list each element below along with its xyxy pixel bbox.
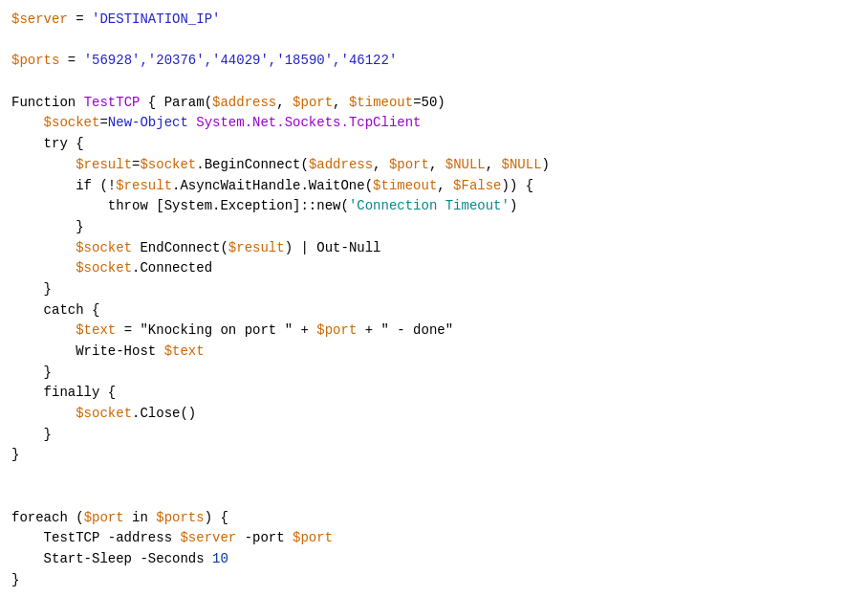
code-line: $socket EndConnect($result) | Out-Null xyxy=(11,238,857,259)
code-token: .Connected xyxy=(132,260,212,276)
code-token: $ports xyxy=(11,53,59,68)
code-token: Start-Sleep -Seconds xyxy=(11,551,212,566)
code-token: $NULL xyxy=(445,157,486,172)
code-token: ) xyxy=(510,198,517,213)
code-line xyxy=(11,72,857,93)
code-line: if (!$result.AsyncWaitHandle.WaitOne($ti… xyxy=(11,176,857,197)
code-token: try { xyxy=(11,136,84,151)
code-line: TestTCP -address $server -port $port xyxy=(11,528,857,549)
code-token: $server xyxy=(180,530,236,545)
code-token: $port xyxy=(316,322,357,338)
code-token: 10 xyxy=(212,551,228,566)
code-token: , xyxy=(333,95,349,110)
code-token: $port xyxy=(389,157,429,172)
code-line: $socket.Close() xyxy=(11,404,857,425)
code-line: } xyxy=(11,217,857,238)
code-token: + " - done" xyxy=(357,322,453,338)
code-token: = xyxy=(99,115,107,130)
code-token: in xyxy=(124,510,157,525)
code-token: = xyxy=(59,53,83,68)
code-line: Write-Host $text xyxy=(11,342,857,363)
code-line: } xyxy=(11,279,857,300)
code-line: $result=$socket.BeginConnect($address, $… xyxy=(11,155,857,176)
code-token: , xyxy=(276,95,293,110)
code-line: Start-Sleep -Seconds 10 xyxy=(11,549,857,570)
code-token xyxy=(11,115,44,130)
code-token: 'DESTINATION_IP' xyxy=(92,11,220,27)
code-token: $text xyxy=(76,322,116,338)
code-token: ) xyxy=(542,157,550,172)
code-token: , xyxy=(429,157,445,172)
code-token: $port xyxy=(293,530,333,545)
code-line: catch { xyxy=(11,300,857,321)
code-line: } xyxy=(11,570,857,591)
code-line: try { xyxy=(11,134,857,155)
code-line xyxy=(11,31,857,52)
code-token: )) { xyxy=(502,178,534,193)
code-line xyxy=(11,466,857,487)
code-token: TestTCP xyxy=(84,95,141,110)
code-token: } xyxy=(11,572,19,587)
code-token: = xyxy=(68,11,92,27)
code-token: $address xyxy=(212,95,276,110)
code-token xyxy=(11,240,76,255)
code-line: Function TestTCP { Param($address, $port… xyxy=(11,93,857,114)
code-token: , xyxy=(373,157,389,172)
code-token: $timeout xyxy=(373,178,437,193)
code-token: $result xyxy=(116,178,172,193)
code-token: } xyxy=(11,219,84,234)
code-token: $address xyxy=(309,157,373,172)
code-token: System.Net.Sockets.TcpClient xyxy=(196,115,421,130)
code-token: $socket xyxy=(140,157,196,172)
code-token: .BeginConnect( xyxy=(196,157,309,172)
code-token: TestTCP -address xyxy=(11,530,180,545)
code-token: -port xyxy=(236,530,293,545)
code-line: $ports = '56928','20376','44029','18590'… xyxy=(11,51,857,72)
code-token: $socket xyxy=(44,115,100,130)
code-token: EndConnect( xyxy=(132,240,228,255)
code-token: ) | Out-Null xyxy=(285,240,381,255)
code-token: ) { xyxy=(205,510,228,525)
code-line: $text = "Knocking on port " + $port + " … xyxy=(11,321,857,342)
code-token: =50) xyxy=(413,95,445,110)
code-token: foreach ( xyxy=(11,510,84,525)
code-token: $False xyxy=(453,178,501,193)
code-token: $port xyxy=(293,95,333,110)
code-token xyxy=(11,157,76,172)
code-token xyxy=(11,322,76,338)
code-token: } xyxy=(11,281,52,297)
code-token: throw [System.Exception] xyxy=(11,198,300,213)
code-token: $ports xyxy=(156,510,204,525)
code-token: $socket xyxy=(76,406,132,421)
code-line: $socket.Connected xyxy=(11,258,857,279)
code-token: $text xyxy=(164,343,205,359)
code-token: $result xyxy=(228,240,285,255)
code-line xyxy=(11,487,857,508)
code-token: $NULL xyxy=(502,157,542,172)
code-token: $socket xyxy=(76,260,132,276)
code-token: $server xyxy=(11,11,68,27)
code-token xyxy=(11,260,76,276)
code-token: ::new( xyxy=(300,198,348,213)
code-token: finally { xyxy=(11,385,116,400)
code-line: } xyxy=(11,425,857,446)
code-token: $socket xyxy=(76,240,132,255)
code-line: } xyxy=(11,445,857,466)
code-token: Write-Host xyxy=(11,343,164,359)
code-token: $port xyxy=(84,510,124,525)
code-line: $server = 'DESTINATION_IP' xyxy=(11,10,857,31)
code-token: , xyxy=(486,157,502,172)
code-token: Function xyxy=(11,95,84,110)
code-token: catch { xyxy=(11,302,99,318)
code-line: finally { xyxy=(11,383,857,404)
code-token: $timeout xyxy=(349,95,413,110)
code-token: .AsyncWaitHandle.WaitOne( xyxy=(172,178,373,193)
code-token: } xyxy=(11,365,52,380)
code-token: New-Object xyxy=(108,115,188,130)
code-line: } xyxy=(11,363,857,384)
code-token: '56928','20376','44029','18590','46122' xyxy=(84,53,398,68)
code-line: throw [System.Exception]::new('Connectio… xyxy=(11,196,857,217)
code-token: $result xyxy=(76,157,132,172)
code-line: foreach ($port in $ports) { xyxy=(11,508,857,529)
code-token: .Close() xyxy=(132,406,196,421)
